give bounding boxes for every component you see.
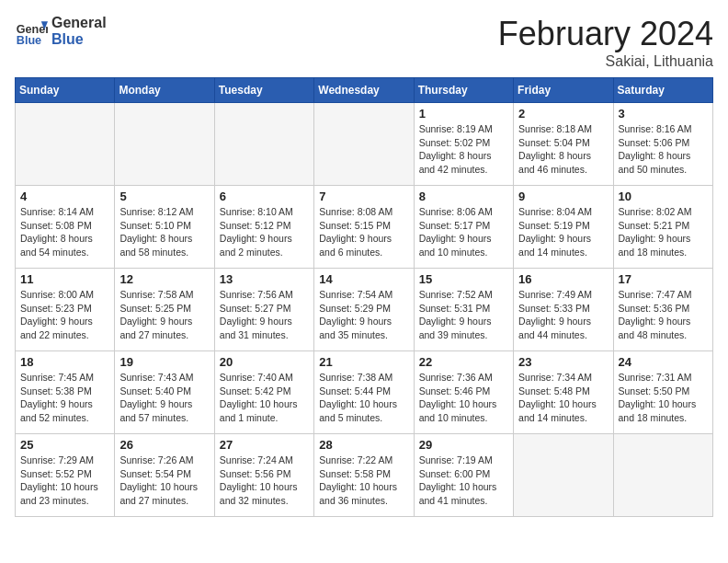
calendar-cell: 5Sunrise: 8:12 AM Sunset: 5:10 PM Daylig… (115, 186, 214, 269)
calendar-cell: 21Sunrise: 7:38 AM Sunset: 5:44 PM Dayli… (314, 351, 414, 434)
day-info: Sunrise: 7:36 AM Sunset: 5:46 PM Dayligh… (419, 371, 508, 425)
day-number: 18 (20, 355, 109, 369)
day-number: 21 (319, 355, 408, 369)
calendar-cell: 10Sunrise: 8:02 AM Sunset: 5:21 PM Dayli… (613, 186, 712, 269)
day-info: Sunrise: 8:18 AM Sunset: 5:04 PM Dayligh… (518, 122, 608, 177)
day-number: 22 (419, 355, 508, 369)
day-number: 11 (20, 272, 109, 286)
month-title: February 2024 (498, 15, 713, 53)
day-number: 8 (419, 190, 508, 203)
day-info: Sunrise: 7:19 AM Sunset: 6:00 PM Dayligh… (419, 454, 508, 508)
calendar-cell: 18Sunrise: 7:45 AM Sunset: 5:38 PM Dayli… (16, 351, 115, 434)
calendar-cell: 26Sunrise: 7:26 AM Sunset: 5:54 PM Dayli… (115, 434, 214, 517)
calendar-cell: 15Sunrise: 7:52 AM Sunset: 5:31 PM Dayli… (414, 269, 513, 351)
day-info: Sunrise: 7:31 AM Sunset: 5:50 PM Dayligh… (619, 371, 708, 425)
location-title: Sakiai, Lithuania (498, 53, 713, 70)
weekday-header-wednesday: Wednesday (314, 78, 414, 103)
logo-blue-text: Blue (51, 31, 107, 48)
calendar-cell: 16Sunrise: 7:49 AM Sunset: 5:33 PM Dayli… (514, 269, 613, 351)
day-number: 7 (319, 190, 408, 203)
calendar-cell: 1Sunrise: 8:19 AM Sunset: 5:02 PM Daylig… (414, 103, 513, 186)
calendar-cell (16, 103, 115, 186)
calendar-cell: 14Sunrise: 7:54 AM Sunset: 5:29 PM Dayli… (314, 269, 414, 351)
day-number: 20 (220, 355, 309, 369)
calendar-cell: 23Sunrise: 7:34 AM Sunset: 5:48 PM Dayli… (514, 351, 613, 434)
day-number: 23 (518, 355, 608, 369)
day-number: 24 (619, 355, 708, 369)
calendar-cell: 25Sunrise: 7:29 AM Sunset: 5:52 PM Dayli… (16, 434, 115, 517)
calendar-cell: 11Sunrise: 8:00 AM Sunset: 5:23 PM Dayli… (16, 269, 115, 351)
calendar-cell: 3Sunrise: 8:16 AM Sunset: 5:06 PM Daylig… (613, 103, 712, 186)
day-number: 19 (119, 355, 209, 369)
day-info: Sunrise: 7:47 AM Sunset: 5:36 PM Dayligh… (619, 288, 708, 342)
day-number: 15 (419, 272, 508, 286)
week-row-5: 25Sunrise: 7:29 AM Sunset: 5:52 PM Dayli… (16, 434, 713, 517)
day-number: 13 (220, 272, 309, 286)
day-info: Sunrise: 7:38 AM Sunset: 5:44 PM Dayligh… (319, 371, 408, 425)
calendar-table: SundayMondayTuesdayWednesdayThursdayFrid… (15, 77, 713, 517)
calendar-cell (314, 103, 414, 186)
day-info: Sunrise: 7:29 AM Sunset: 5:52 PM Dayligh… (20, 454, 109, 508)
day-number: 4 (20, 190, 109, 203)
weekday-header-monday: Monday (115, 78, 214, 103)
day-number: 16 (518, 272, 608, 286)
weekday-header-row: SundayMondayTuesdayWednesdayThursdayFrid… (16, 78, 713, 103)
day-info: Sunrise: 7:34 AM Sunset: 5:48 PM Dayligh… (518, 371, 608, 425)
calendar-cell: 6Sunrise: 8:10 AM Sunset: 5:12 PM Daylig… (214, 186, 313, 269)
calendar-cell: 29Sunrise: 7:19 AM Sunset: 6:00 PM Dayli… (414, 434, 513, 517)
day-number: 14 (319, 272, 408, 286)
calendar-cell: 12Sunrise: 7:58 AM Sunset: 5:25 PM Dayli… (115, 269, 214, 351)
day-number: 28 (319, 438, 408, 452)
day-number: 12 (119, 272, 209, 286)
day-number: 1 (419, 107, 508, 121)
day-info: Sunrise: 8:10 AM Sunset: 5:12 PM Dayligh… (220, 205, 309, 259)
weekday-header-sunday: Sunday (16, 78, 115, 103)
day-number: 6 (220, 190, 309, 203)
day-info: Sunrise: 7:52 AM Sunset: 5:31 PM Dayligh… (419, 288, 508, 342)
calendar-cell: 20Sunrise: 7:40 AM Sunset: 5:42 PM Dayli… (214, 351, 313, 434)
week-row-4: 18Sunrise: 7:45 AM Sunset: 5:38 PM Dayli… (16, 351, 713, 434)
day-number: 2 (518, 107, 608, 121)
day-number: 10 (619, 190, 708, 203)
day-info: Sunrise: 7:26 AM Sunset: 5:54 PM Dayligh… (119, 454, 209, 508)
calendar-cell (115, 103, 214, 186)
calendar-cell: 27Sunrise: 7:24 AM Sunset: 5:56 PM Dayli… (214, 434, 313, 517)
day-info: Sunrise: 7:24 AM Sunset: 5:56 PM Dayligh… (220, 454, 309, 508)
weekday-header-thursday: Thursday (414, 78, 513, 103)
day-number: 17 (619, 272, 708, 286)
logo: General Blue General Blue (15, 15, 107, 48)
day-info: Sunrise: 7:43 AM Sunset: 5:40 PM Dayligh… (119, 371, 209, 425)
day-info: Sunrise: 8:12 AM Sunset: 5:10 PM Dayligh… (119, 205, 209, 259)
day-info: Sunrise: 7:22 AM Sunset: 5:58 PM Dayligh… (319, 454, 408, 508)
calendar-cell: 19Sunrise: 7:43 AM Sunset: 5:40 PM Dayli… (115, 351, 214, 434)
day-info: Sunrise: 8:02 AM Sunset: 5:21 PM Dayligh… (619, 205, 708, 259)
day-number: 5 (119, 190, 209, 203)
weekday-header-saturday: Saturday (613, 78, 712, 103)
day-number: 27 (220, 438, 309, 452)
header: General Blue General Blue February 2024 … (15, 15, 713, 70)
day-number: 26 (119, 438, 209, 452)
day-info: Sunrise: 8:00 AM Sunset: 5:23 PM Dayligh… (20, 288, 109, 342)
calendar-cell: 17Sunrise: 7:47 AM Sunset: 5:36 PM Dayli… (613, 269, 712, 351)
weekday-header-tuesday: Tuesday (214, 78, 313, 103)
day-info: Sunrise: 8:08 AM Sunset: 5:15 PM Dayligh… (319, 205, 408, 259)
calendar-cell: 4Sunrise: 8:14 AM Sunset: 5:08 PM Daylig… (16, 186, 115, 269)
day-info: Sunrise: 8:14 AM Sunset: 5:08 PM Dayligh… (20, 205, 109, 259)
calendar-cell: 13Sunrise: 7:56 AM Sunset: 5:27 PM Dayli… (214, 269, 313, 351)
day-number: 3 (619, 107, 708, 121)
week-row-1: 1Sunrise: 8:19 AM Sunset: 5:02 PM Daylig… (16, 103, 713, 186)
calendar-cell: 8Sunrise: 8:06 AM Sunset: 5:17 PM Daylig… (414, 186, 513, 269)
day-info: Sunrise: 7:54 AM Sunset: 5:29 PM Dayligh… (319, 288, 408, 342)
day-info: Sunrise: 8:19 AM Sunset: 5:02 PM Dayligh… (419, 122, 508, 177)
calendar-cell: 24Sunrise: 7:31 AM Sunset: 5:50 PM Dayli… (613, 351, 712, 434)
week-row-2: 4Sunrise: 8:14 AM Sunset: 5:08 PM Daylig… (16, 186, 713, 269)
day-info: Sunrise: 7:49 AM Sunset: 5:33 PM Dayligh… (518, 288, 608, 342)
day-info: Sunrise: 8:06 AM Sunset: 5:17 PM Dayligh… (419, 205, 508, 259)
day-info: Sunrise: 7:40 AM Sunset: 5:42 PM Dayligh… (220, 371, 309, 425)
logo-general-text: General (51, 15, 107, 31)
calendar-cell: 2Sunrise: 8:18 AM Sunset: 5:04 PM Daylig… (514, 103, 613, 186)
calendar-cell (613, 434, 712, 517)
title-block: February 2024 Sakiai, Lithuania (498, 15, 713, 70)
day-info: Sunrise: 8:04 AM Sunset: 5:19 PM Dayligh… (518, 205, 608, 259)
calendar-cell: 22Sunrise: 7:36 AM Sunset: 5:46 PM Dayli… (414, 351, 513, 434)
